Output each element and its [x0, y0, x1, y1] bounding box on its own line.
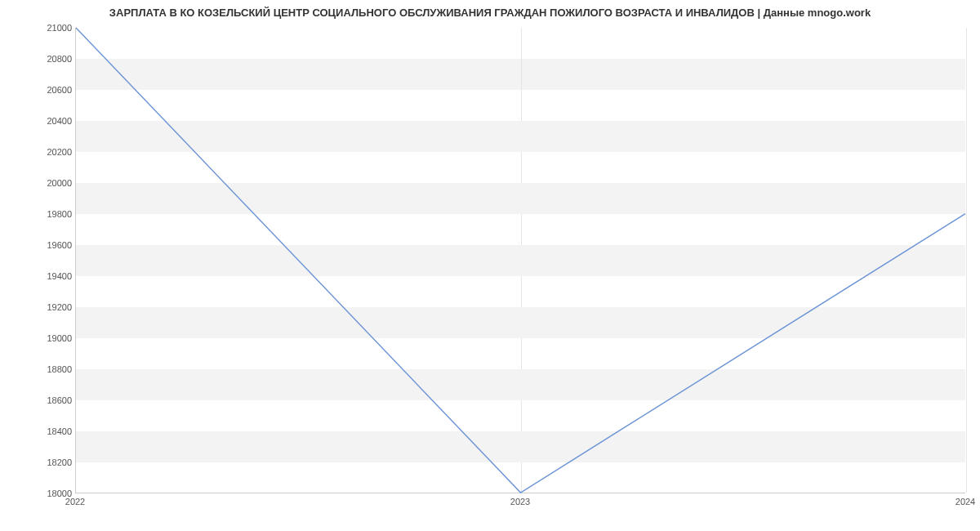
y-tick-label: 19000: [7, 333, 72, 343]
y-tick-label: 20800: [7, 54, 72, 64]
y-tick-label: 18400: [7, 426, 72, 436]
y-tick-label: 21000: [7, 23, 72, 33]
y-tick-label: 18200: [7, 457, 72, 467]
gridline-vertical: [966, 28, 967, 493]
y-tick-label: 19600: [7, 240, 72, 250]
y-tick-label: 18800: [7, 364, 72, 374]
y-tick-label: 19200: [7, 302, 72, 312]
y-tick-label: 20200: [7, 147, 72, 157]
y-tick-label: 18000: [7, 489, 72, 498]
chart-title: ЗАРПЛАТА В КО КОЗЕЛЬСКИЙ ЦЕНТР СОЦИАЛЬНО…: [0, 7, 980, 19]
x-tick-label: 2024: [956, 497, 975, 506]
y-tick-label: 19400: [7, 271, 72, 281]
y-tick-label: 19800: [7, 209, 72, 219]
x-tick-label: 2023: [510, 497, 530, 506]
y-tick-label: 20000: [7, 178, 72, 188]
plot-area: [75, 28, 965, 493]
y-tick-label: 20400: [7, 116, 72, 126]
line-series: [76, 28, 965, 493]
y-tick-label: 20600: [7, 85, 72, 95]
y-tick-label: 18600: [7, 395, 72, 405]
chart-container: ЗАРПЛАТА В КО КОЗЕЛЬСКИЙ ЦЕНТР СОЦИАЛЬНО…: [0, 0, 980, 531]
